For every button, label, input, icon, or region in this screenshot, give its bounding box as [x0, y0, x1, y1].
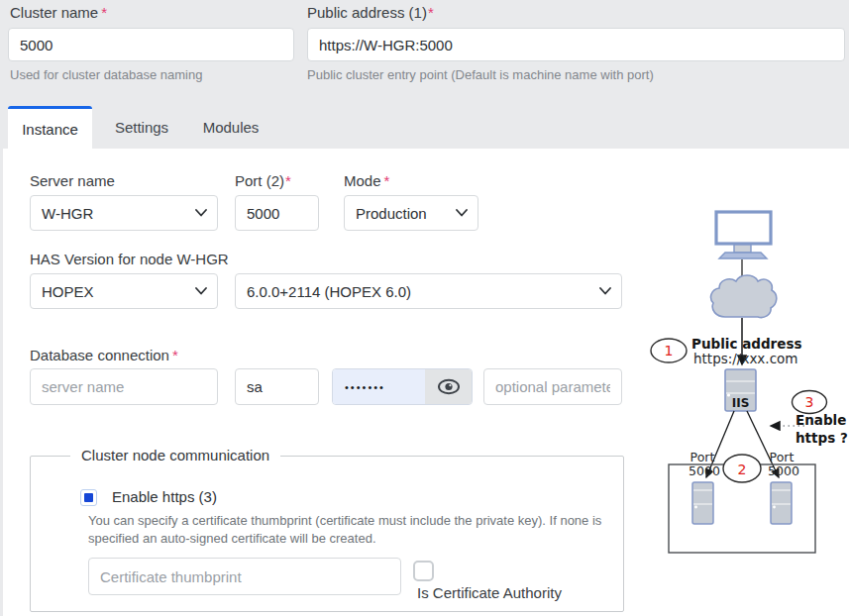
public-address-label: Public address (1)*	[307, 4, 434, 21]
tab-instance[interactable]: Instance	[8, 106, 92, 149]
has-version-value: 6.0.0+2114 (HOPEX 6.0)	[247, 283, 411, 300]
tab-settings-label: Settings	[115, 119, 168, 136]
required-asterisk: *	[285, 172, 291, 189]
chevron-down-icon	[195, 287, 207, 295]
required-asterisk: *	[428, 4, 434, 21]
internet-cloud-icon	[711, 275, 777, 318]
cluster-config-page: Cluster name* Used for cluster database …	[0, 0, 849, 616]
db-password-input[interactable]: •••••••	[333, 369, 425, 404]
architecture-diagram: 1 Public address https://xxx.com IIS 3 E…	[634, 198, 849, 565]
iis-label: IIS	[732, 396, 750, 410]
port-label-text: Port (2)	[235, 172, 284, 189]
certificate-hint-line1: You can specify a certificate thumbprint…	[88, 513, 601, 528]
port-right-value: 5000	[768, 463, 799, 478]
server-name-select[interactable]: W-HGR	[30, 195, 218, 231]
public-address-helper: Public cluster entry point (Default is m…	[307, 67, 654, 82]
cluster-name-label-text: Cluster name	[10, 4, 98, 21]
db-optional-input[interactable]	[483, 368, 622, 405]
iis-server-icon: IIS	[725, 369, 756, 411]
mode-label: Mode*	[344, 172, 389, 189]
port-input[interactable]	[235, 195, 319, 231]
port-right-label: Port	[770, 450, 795, 464]
step2-number: 2	[738, 462, 747, 477]
cluster-name-helper: Used for cluster database naming	[10, 67, 202, 82]
chevron-down-icon	[195, 209, 207, 217]
is-certificate-authority-checkbox[interactable]	[413, 561, 434, 581]
step1-number: 1	[665, 343, 674, 359]
server-name-label: Server name	[30, 172, 115, 189]
node2-server-icon	[771, 482, 792, 524]
enable-https-label: Enable https (3)	[112, 488, 217, 505]
required-asterisk: *	[384, 172, 390, 189]
chevron-down-icon	[599, 287, 611, 295]
enable-https-annotation-line2: https ?	[796, 430, 848, 446]
public-address-url: https://xxx.com	[693, 351, 797, 366]
public-address-input[interactable]	[307, 28, 845, 61]
certificate-thumbprint-input[interactable]	[88, 558, 401, 595]
enable-https-annotation-line1: Enable	[796, 412, 846, 428]
mode-label-text: Mode	[344, 172, 381, 189]
eye-icon	[437, 378, 461, 395]
cluster-name-label: Cluster name*	[10, 4, 107, 21]
port-left-value: 5000	[689, 463, 720, 478]
tab-modules-label: Modules	[203, 119, 260, 136]
node1-server-icon	[692, 482, 713, 524]
tab-instance-label: Instance	[22, 121, 78, 138]
has-product-select[interactable]: HOPEX	[30, 273, 218, 309]
step3-number: 3	[805, 394, 814, 410]
has-version-label: HAS Version for node W-HGR	[30, 251, 229, 267]
server-name-value: W-HGR	[42, 205, 93, 222]
has-version-select[interactable]: 6.0.0+2114 (HOPEX 6.0)	[235, 273, 622, 309]
tab-modules[interactable]: Modules	[191, 106, 270, 149]
db-password-group: •••••••	[332, 368, 473, 405]
tab-settings[interactable]: Settings	[92, 106, 191, 149]
port-left-label: Port	[690, 450, 715, 464]
database-connection-label: Database connection*	[30, 347, 178, 363]
cluster-node-communication-legend: Cluster node communication	[70, 447, 280, 463]
chevron-down-icon	[456, 209, 468, 217]
required-asterisk: *	[172, 347, 178, 363]
is-certificate-authority-label: Is Certificate Authority	[417, 584, 562, 601]
required-asterisk: *	[101, 4, 107, 21]
has-product-value: HOPEX	[42, 283, 94, 300]
certificate-hint-line2: specified an auto-signed certificate wil…	[88, 531, 376, 546]
enable-https-checkbox[interactable]	[80, 489, 97, 506]
checkbox-checked-mark	[84, 493, 93, 502]
cluster-name-input[interactable]	[8, 28, 294, 61]
database-connection-label-text: Database connection	[30, 347, 169, 363]
db-user-input[interactable]	[235, 368, 319, 405]
cluster-node-communication-group: Cluster node communication Enable https …	[30, 456, 624, 612]
show-password-button[interactable]	[425, 369, 472, 404]
mode-value: Production	[356, 205, 427, 222]
mode-select[interactable]: Production	[344, 195, 478, 231]
port-label: Port (2)*	[235, 172, 291, 189]
public-address-label-text: Public address (1)	[307, 4, 427, 21]
public-address-title: Public address	[691, 336, 801, 352]
db-server-input[interactable]	[30, 368, 218, 405]
client-monitor-icon	[716, 212, 771, 258]
